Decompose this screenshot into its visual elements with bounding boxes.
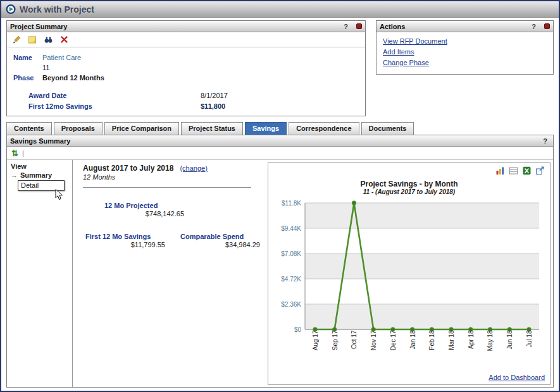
tab-contents[interactable]: Contents: [6, 122, 52, 135]
first12-label: First 12 Mo Savings: [85, 233, 165, 240]
comparable-spend-metric: Comparable Spend $34,984.29: [180, 233, 260, 248]
projected-label: 12 Mo Projected: [104, 202, 184, 209]
projected-savings-metric: 12 Mo Projected $748,142.65: [104, 202, 184, 217]
x-tick: Dec 17: [389, 331, 396, 358]
savings-summary-header: Savings Summary ?: [7, 135, 553, 147]
edit-icon[interactable]: [11, 35, 22, 45]
y-tick: $7.08K: [281, 250, 301, 257]
comparable-label: Comparable Spend: [180, 233, 260, 240]
collapse-icon[interactable]: [356, 23, 362, 29]
current-view-arrow-icon: →: [11, 171, 18, 179]
y-tick: $4.72K: [281, 276, 301, 283]
project-summary-header: Project Summary ?: [7, 21, 365, 32]
phase-value: Beyond 12 Months: [42, 73, 359, 83]
tab-savings[interactable]: Savings: [245, 122, 287, 135]
phase-label: Phase: [13, 73, 42, 83]
popout-icon[interactable]: [535, 166, 545, 176]
savings-summary-panel: Savings Summary ? ⇅ | View → Summary Det…: [6, 135, 554, 388]
tab-proposals[interactable]: Proposals: [54, 122, 103, 135]
savings-summary-title: Savings Summary: [10, 137, 70, 145]
project-number: 11: [42, 63, 359, 73]
find-icon[interactable]: [43, 35, 53, 45]
project-summary-toolbar: [7, 32, 365, 47]
help-icon[interactable]: ?: [344, 23, 348, 30]
table-view-icon[interactable]: [509, 166, 519, 176]
chart-view-icon[interactable]: [495, 166, 506, 176]
tab-correspondence[interactable]: Correspondence: [289, 122, 359, 135]
x-tick: Mar 18: [448, 331, 455, 358]
collapse-icon[interactable]: [544, 23, 550, 29]
help-icon[interactable]: ?: [543, 137, 547, 145]
actions-header: Actions ?: [376, 21, 553, 32]
chart-plot-area: $11.8K $9.44K $7.08K $4.72K $2.36K $0: [268, 203, 550, 329]
first12mo-savings-label: First 12mo Savings: [28, 101, 201, 112]
add-items-link: Add Items: [383, 47, 414, 58]
savings-toolbar: ⇅ |: [7, 147, 553, 160]
note-icon[interactable]: [27, 35, 37, 45]
x-tick: Aug 17: [312, 331, 319, 358]
x-tick: Apr 18: [467, 331, 474, 358]
view-sidebar: View → Summary Detail: [7, 160, 73, 387]
award-date-value: 8/1/2017: [201, 90, 359, 101]
view-item-summary[interactable]: → Summary: [11, 171, 72, 179]
change-phase-link[interactable]: Change Phase: [383, 58, 429, 68]
refresh-icon[interactable]: ⇅: [11, 149, 18, 158]
titlebar: Work with Project: [1, 1, 559, 18]
y-tick: $9.44K: [281, 225, 301, 232]
toolbar-separator: |: [22, 149, 24, 157]
help-icon[interactable]: ?: [532, 23, 536, 30]
project-summary-panel: Project Summary ?: [6, 20, 366, 116]
x-tick: Jun 18: [506, 331, 513, 358]
tab-price-comparison[interactable]: Price Comparison: [104, 122, 179, 135]
view-header: View: [11, 162, 72, 170]
tab-bar: Contents Proposals Price Comparison Proj…: [6, 122, 554, 135]
first12-savings-metric: First 12 Mo Savings $11,799.55: [85, 233, 165, 248]
chart-subtitle: 11 - (August 2017 to July 2018): [268, 188, 550, 195]
y-tick: $11.8K: [282, 200, 301, 207]
cursor-icon: [55, 189, 63, 202]
chart-toolbar: [495, 166, 545, 176]
actions-title: Actions: [380, 23, 405, 30]
y-tick: $0: [294, 326, 301, 333]
tab-documents[interactable]: Documents: [361, 122, 414, 135]
content-area: Project Summary ?: [1, 18, 559, 388]
first12mo-savings-value: $11,800: [201, 101, 359, 112]
project-summary-title: Project Summary: [10, 23, 67, 30]
savings-line-chart: [305, 203, 539, 329]
x-tick: Sep 17: [331, 331, 338, 358]
name-label: Name: [13, 52, 42, 63]
savings-content: August 2017 to July 2018 (change) 12 Mon…: [73, 160, 263, 387]
project-summary-fields: Name Patient Care 11 Phase Beyond 12 Mon…: [7, 47, 365, 116]
x-tick: Jul 18: [525, 331, 532, 358]
first12-value: $11,799.55: [85, 241, 165, 248]
tab-project-status[interactable]: Project Status: [181, 122, 243, 135]
export-excel-icon[interactable]: [522, 166, 532, 176]
x-tick: Nov 17: [370, 331, 377, 358]
view-item-summary-label: Summary: [20, 171, 52, 179]
x-axis-labels: Aug 17 Sep 17 Oct 17 Nov 17 Dec 17 Jan 1…: [305, 329, 539, 365]
x-tick: Jan 18: [409, 331, 416, 358]
divider: [83, 187, 251, 188]
y-tick: $2.36K: [281, 301, 301, 308]
delete-icon[interactable]: [59, 35, 69, 45]
award-date-label: Award Date: [28, 90, 201, 101]
period-range: August 2017 to July 2018: [83, 164, 173, 173]
comparable-value: $34,984.29: [180, 241, 260, 248]
app-logo-icon: [6, 4, 16, 15]
x-tick: Feb 18: [428, 331, 435, 358]
projected-value: $748,142.65: [104, 210, 184, 217]
y-axis-labels: $11.8K $9.44K $7.08K $4.72K $2.36K $0: [276, 203, 305, 329]
x-tick: May 18: [487, 331, 494, 358]
page-title: Work with Project: [20, 4, 94, 15]
savings-chart-panel: Project Savings - by Month 11 - (August …: [268, 162, 551, 385]
add-to-dashboard-link[interactable]: Add to Dashboard: [488, 374, 545, 381]
work-with-project-page: Work with Project Project Summary ?: [0, 0, 560, 392]
period-duration: 12 Months: [83, 173, 263, 181]
x-tick: Oct 17: [351, 331, 358, 358]
view-rfp-document-link[interactable]: View RFP Document: [383, 36, 447, 47]
name-value: Patient Care: [42, 52, 359, 63]
change-period-link[interactable]: (change): [180, 164, 207, 172]
chart-title: Project Savings - by Month: [268, 180, 550, 188]
actions-panel: Actions ? View RFP Document Add Items Ch…: [376, 20, 554, 75]
